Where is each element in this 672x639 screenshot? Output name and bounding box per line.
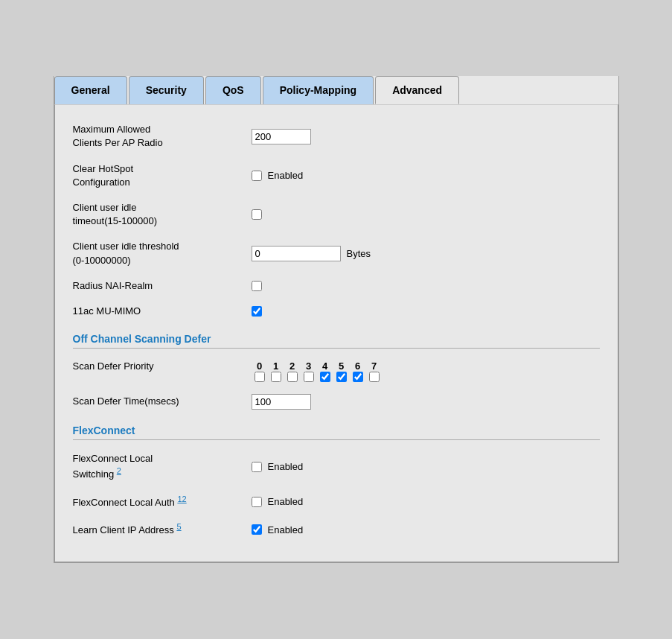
mu-mimo-checkbox[interactable] bbox=[252, 306, 262, 317]
flex-local-switching-link[interactable]: 2 bbox=[117, 466, 121, 475]
priority-check-0 bbox=[252, 372, 268, 382]
flexconnect-divider bbox=[73, 439, 600, 440]
priority-checkbox-1[interactable] bbox=[271, 372, 281, 382]
priority-num-6: 6 bbox=[350, 360, 366, 372]
tab-bar: General Security QoS Policy-Mapping Adva… bbox=[54, 76, 618, 104]
client-idle-threshold-control: Bytes bbox=[252, 246, 371, 261]
clear-hotspot-checkbox[interactable] bbox=[252, 171, 262, 181]
clear-hotspot-enabled-label: Enabled bbox=[268, 170, 304, 181]
mu-mimo-control bbox=[252, 306, 262, 317]
client-idle-timeout-label: Client user idletimeout(15-100000) bbox=[73, 201, 252, 228]
client-idle-timeout-checkbox[interactable] bbox=[252, 209, 262, 220]
priority-num-2: 2 bbox=[284, 360, 301, 372]
priority-check-5 bbox=[333, 372, 350, 382]
radius-nai-control bbox=[252, 281, 262, 291]
radius-nai-row: Radius NAI-Realm bbox=[73, 273, 600, 299]
priority-check-2 bbox=[284, 372, 301, 382]
client-idle-threshold-label: Client user idle threshold(0-10000000) bbox=[73, 240, 252, 267]
learn-client-ip-control: Enabled bbox=[252, 524, 304, 535]
learn-client-ip-link[interactable]: 5 bbox=[176, 522, 181, 531]
mu-mimo-label: 11ac MU-MIMO bbox=[73, 305, 252, 318]
flex-local-auth-enabled-label: Enabled bbox=[268, 496, 304, 507]
max-clients-input[interactable] bbox=[252, 129, 311, 144]
max-clients-label: Maximum AllowedClients Per AP Radio bbox=[73, 123, 252, 150]
flex-local-auth-control: Enabled bbox=[252, 496, 304, 507]
priority-grid: 0 1 2 3 4 5 6 7 bbox=[252, 360, 383, 382]
scan-defer-time-label: Scan Defer Time(msecs) bbox=[73, 395, 252, 408]
client-idle-timeout-control bbox=[252, 209, 262, 220]
radius-nai-label: Radius NAI-Realm bbox=[73, 279, 252, 293]
learn-client-ip-checkbox[interactable] bbox=[252, 524, 262, 535]
priority-check-7 bbox=[366, 372, 383, 382]
priority-numbers: 0 1 2 3 4 5 6 7 bbox=[252, 360, 383, 372]
priority-num-7: 7 bbox=[366, 360, 383, 372]
main-panel: General Security QoS Policy-Mapping Adva… bbox=[54, 76, 619, 563]
scan-defer-time-row: Scan Defer Time(msecs) bbox=[73, 388, 600, 416]
tab-content: Maximum AllowedClients Per AP Radio Clea… bbox=[54, 104, 618, 562]
flex-local-switching-checkbox[interactable] bbox=[252, 462, 262, 472]
priority-checkbox-6[interactable] bbox=[353, 372, 363, 382]
priority-checkbox-3[interactable] bbox=[304, 372, 314, 382]
flex-local-switching-label: FlexConnect LocalSwitching 2 bbox=[73, 452, 252, 482]
flex-local-auth-link[interactable]: 12 bbox=[177, 495, 186, 503]
tab-general[interactable]: General bbox=[54, 76, 127, 104]
scan-defer-priority-row: Scan Defer Priority 0 1 2 3 4 5 6 7 bbox=[73, 355, 600, 388]
off-channel-divider bbox=[73, 348, 600, 349]
client-idle-threshold-row: Client user idle threshold(0-10000000) B… bbox=[73, 234, 600, 273]
priority-check-1 bbox=[268, 372, 284, 382]
client-idle-threshold-input[interactable] bbox=[252, 246, 341, 261]
priority-checkbox-2[interactable] bbox=[287, 372, 298, 382]
scan-defer-time-control bbox=[252, 394, 311, 410]
priority-check-6 bbox=[350, 372, 366, 382]
flex-local-switching-control: Enabled bbox=[252, 461, 304, 472]
learn-client-ip-label: Learn Client IP Address 5 bbox=[73, 521, 252, 538]
flex-local-switching-row: FlexConnect LocalSwitching 2 Enabled bbox=[73, 446, 600, 488]
learn-client-ip-enabled-label: Enabled bbox=[268, 524, 304, 535]
priority-num-3: 3 bbox=[301, 360, 317, 372]
priority-num-0: 0 bbox=[252, 360, 268, 372]
priority-check-3 bbox=[301, 372, 317, 382]
flex-local-auth-row: FlexConnect Local Auth 12 Enabled bbox=[73, 488, 600, 516]
radius-nai-checkbox[interactable] bbox=[252, 281, 262, 291]
priority-checks bbox=[252, 372, 383, 382]
priority-num-4: 4 bbox=[317, 360, 333, 372]
mu-mimo-row: 11ac MU-MIMO bbox=[73, 299, 600, 324]
off-channel-header: Off Channel Scanning Defer bbox=[73, 333, 600, 345]
client-idle-timeout-row: Client user idletimeout(15-100000) bbox=[73, 195, 600, 234]
priority-num-5: 5 bbox=[333, 360, 350, 372]
tab-security[interactable]: Security bbox=[129, 76, 204, 104]
learn-client-ip-row: Learn Client IP Address 5 Enabled bbox=[73, 515, 600, 544]
priority-num-1: 1 bbox=[268, 360, 284, 372]
flexconnect-header: FlexConnect bbox=[73, 425, 600, 436]
flex-local-switching-enabled-label: Enabled bbox=[268, 461, 304, 472]
scan-defer-priority-label: Scan Defer Priority bbox=[73, 360, 252, 372]
tab-qos[interactable]: QoS bbox=[205, 76, 261, 104]
scan-defer-time-input[interactable] bbox=[252, 394, 311, 410]
tab-advanced[interactable]: Advanced bbox=[375, 76, 459, 104]
flex-local-auth-label: FlexConnect Local Auth 12 bbox=[73, 494, 252, 510]
priority-check-4 bbox=[317, 372, 333, 382]
max-clients-row: Maximum AllowedClients Per AP Radio bbox=[73, 117, 600, 156]
priority-checkbox-7[interactable] bbox=[369, 372, 380, 382]
priority-checkbox-4[interactable] bbox=[320, 372, 330, 382]
bytes-label: Bytes bbox=[347, 248, 371, 259]
flex-local-auth-checkbox[interactable] bbox=[252, 497, 262, 507]
clear-hotspot-label: Clear HotSpotConfiguration bbox=[73, 162, 252, 189]
priority-checkbox-0[interactable] bbox=[255, 372, 265, 382]
priority-checkbox-5[interactable] bbox=[336, 372, 347, 382]
clear-hotspot-row: Clear HotSpotConfiguration Enabled bbox=[73, 156, 600, 195]
clear-hotspot-control: Enabled bbox=[252, 170, 304, 181]
max-clients-control bbox=[252, 129, 311, 144]
tab-policy-mapping[interactable]: Policy-Mapping bbox=[263, 76, 374, 104]
